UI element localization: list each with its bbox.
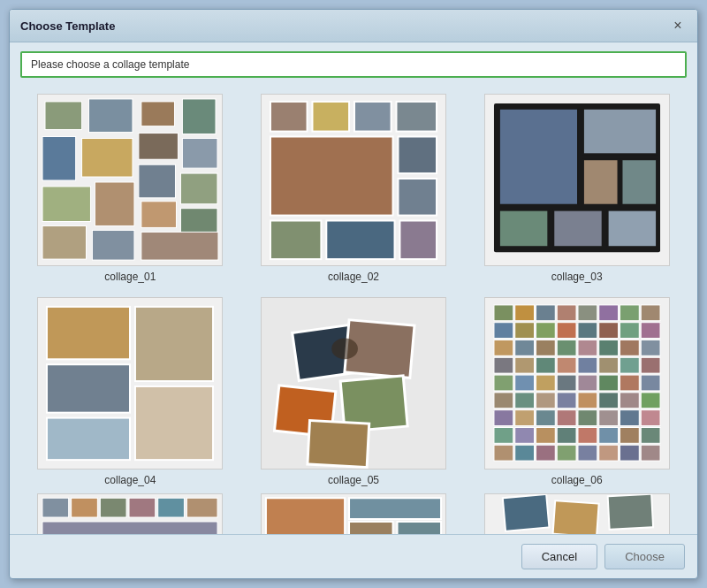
svg-rect-188 — [620, 393, 639, 409]
svg-rect-176 — [494, 393, 513, 409]
svg-rect-196 — [536, 410, 555, 426]
svg-rect-73 — [47, 307, 130, 359]
svg-rect-180 — [536, 393, 555, 409]
svg-rect-172 — [620, 375, 639, 391]
template-name-collage01: collage_01 — [104, 271, 156, 283]
svg-rect-118 — [557, 323, 576, 339]
svg-rect-66 — [499, 210, 548, 248]
svg-rect-267 — [552, 500, 598, 534]
svg-rect-42 — [396, 102, 437, 132]
template-thumb-collage04 — [37, 297, 223, 470]
svg-rect-92 — [308, 421, 369, 468]
svg-rect-60 — [583, 109, 657, 154]
svg-rect-214 — [557, 427, 576, 443]
svg-rect-146 — [514, 357, 534, 373]
svg-rect-198 — [557, 410, 576, 426]
svg-rect-58 — [499, 109, 578, 205]
svg-rect-136 — [578, 340, 597, 356]
svg-rect-25 — [42, 225, 86, 259]
svg-rect-64 — [621, 159, 657, 204]
svg-rect-200 — [578, 410, 597, 426]
close-button[interactable]: × — [669, 17, 687, 34]
svg-rect-168 — [578, 375, 597, 391]
svg-rect-50 — [270, 221, 321, 260]
svg-rect-245 — [101, 498, 127, 517]
svg-rect-48 — [398, 179, 437, 216]
svg-rect-224 — [494, 445, 513, 461]
svg-rect-247 — [129, 498, 156, 517]
svg-rect-249 — [158, 498, 185, 517]
svg-rect-75 — [47, 364, 130, 412]
template-item-collage07[interactable] — [24, 493, 237, 534]
template-item-collage08[interactable] — [247, 493, 460, 534]
cancel-button[interactable]: Cancel — [521, 544, 597, 569]
svg-rect-222 — [641, 427, 660, 443]
svg-rect-190 — [641, 393, 660, 409]
template-thumb-collage09 — [484, 493, 670, 534]
template-item-collage09[interactable] — [470, 493, 683, 534]
svg-rect-29 — [141, 202, 177, 228]
svg-rect-184 — [578, 393, 597, 409]
svg-rect-140 — [620, 340, 639, 356]
choose-button[interactable]: Choose — [604, 544, 685, 569]
template-thumb-collage03 — [484, 94, 670, 266]
svg-rect-36 — [270, 102, 308, 132]
template-grid: collage_01 — [20, 90, 687, 490]
svg-rect-208 — [494, 427, 513, 443]
template-item-collage02[interactable]: collage_02 — [247, 94, 460, 283]
svg-rect-256 — [266, 498, 345, 534]
svg-rect-40 — [354, 102, 392, 132]
svg-rect-218 — [598, 427, 618, 443]
template-name-collage06: collage_06 — [551, 474, 603, 486]
svg-rect-138 — [598, 340, 618, 356]
svg-rect-124 — [620, 323, 639, 339]
svg-rect-19 — [95, 182, 135, 225]
template-thumb-collage02 — [261, 94, 446, 266]
svg-rect-216 — [578, 427, 597, 443]
svg-rect-166 — [557, 375, 576, 391]
template-item-collage01[interactable]: collage_01 — [24, 94, 237, 283]
svg-rect-236 — [620, 445, 639, 461]
svg-rect-3 — [89, 99, 133, 133]
svg-rect-253 — [42, 522, 217, 534]
svg-rect-232 — [578, 445, 597, 461]
svg-rect-164 — [536, 375, 555, 391]
svg-rect-238 — [641, 445, 660, 461]
template-item-collage03[interactable]: collage_03 — [470, 94, 683, 283]
svg-rect-1 — [45, 102, 82, 130]
template-item-collage04[interactable]: collage_04 — [24, 297, 237, 486]
svg-point-94 — [331, 339, 358, 360]
svg-rect-110 — [641, 305, 660, 321]
template-item-collage05[interactable]: collage_05 — [247, 297, 460, 486]
svg-rect-132 — [536, 340, 555, 356]
template-item-collage06[interactable]: /* rendered below */ — [470, 297, 683, 486]
svg-rect-142 — [641, 340, 660, 356]
template-grid-scroll[interactable]: collage_01 — [17, 83, 690, 534]
svg-rect-33 — [141, 232, 218, 260]
svg-rect-186 — [598, 393, 618, 409]
template-thumb-collage05 — [261, 297, 446, 470]
svg-rect-7 — [183, 99, 217, 134]
svg-rect-152 — [578, 357, 597, 373]
svg-rect-206 — [641, 410, 660, 426]
svg-rect-15 — [183, 138, 218, 168]
svg-rect-220 — [620, 427, 639, 443]
svg-rect-204 — [620, 410, 639, 426]
svg-rect-114 — [514, 323, 534, 339]
svg-rect-260 — [349, 522, 393, 534]
svg-rect-154 — [598, 357, 618, 373]
svg-rect-262 — [398, 522, 442, 534]
svg-rect-269 — [607, 494, 652, 530]
content-area: collage_01 — [17, 83, 690, 534]
svg-rect-11 — [82, 138, 133, 177]
svg-rect-148 — [536, 357, 555, 373]
prompt-area: Please choose a collage template — [20, 51, 687, 78]
svg-rect-128 — [494, 340, 513, 356]
template-name-collage03: collage_03 — [551, 271, 603, 283]
svg-rect-158 — [641, 357, 660, 373]
svg-rect-241 — [42, 498, 69, 517]
dialog-title: Choose Template — [20, 19, 115, 33]
svg-rect-178 — [514, 393, 534, 409]
svg-rect-79 — [135, 307, 213, 381]
svg-rect-54 — [399, 221, 437, 260]
